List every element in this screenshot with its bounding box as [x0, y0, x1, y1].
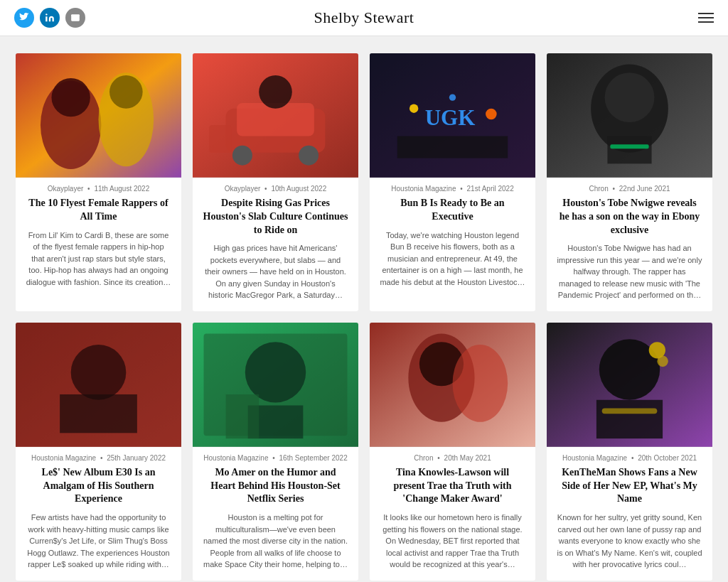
card-date: 21st April 2022: [467, 185, 514, 193]
linkedin-icon[interactable]: [40, 8, 60, 28]
email-icon[interactable]: [65, 8, 85, 28]
card-body: Houstonia Magazine • 20th October 2021 K…: [547, 447, 712, 581]
article-card[interactable]: Okayplayer • 10th August 2022 Despite Ri…: [193, 53, 358, 311]
card-source: Chron: [589, 185, 608, 193]
card-excerpt: Few artists have had the opportunity to …: [26, 512, 171, 571]
svg-rect-23: [607, 136, 651, 164]
card-body: Houstonia Magazine • 16th September 2022…: [193, 447, 358, 581]
svg-point-27: [71, 345, 127, 400]
card-title: Tina Knowles-Lawson will present Trae th…: [380, 466, 525, 507]
card-source: Houstonia Magazine: [562, 454, 627, 462]
hamburger-line-2: [698, 17, 714, 18]
card-date: 25th January 2022: [107, 454, 166, 462]
svg-rect-33: [226, 394, 259, 438]
card-date: 22nd June 2021: [619, 185, 670, 193]
card-date: 16th September 2022: [279, 454, 348, 462]
svg-rect-19: [397, 136, 508, 158]
card-meta: Okayplayer • 10th August 2022: [203, 185, 348, 193]
svg-point-9: [232, 146, 252, 166]
card-title: The 10 Flyest Female Rappers of All Time: [26, 197, 171, 224]
meta-separator: •: [631, 454, 634, 462]
card-meta: Houstonia Magazine • 21st April 2022: [380, 185, 525, 193]
card-image: UGK: [370, 53, 535, 178]
svg-point-12: [259, 75, 292, 109]
card-title: Le$' New Album E30 Is an Amalgam of His …: [26, 466, 171, 507]
card-date: 11th August 2022: [94, 185, 149, 193]
card-image: [193, 323, 358, 447]
card-source: Okayplayer: [225, 185, 261, 193]
article-card[interactable]: Chron • 20th May 2021 Tina Knowles-Lawso…: [370, 323, 535, 581]
card-excerpt: Houston's Tobe Nwigwe has had an impress…: [557, 242, 702, 301]
site-header: Shelby Stewart: [0, 0, 728, 36]
article-grid: Okayplayer • 11th August 2022 The 10 Fly…: [9, 53, 719, 582]
card-body: Okayplayer • 11th August 2022 The 10 Fly…: [16, 178, 181, 311]
card-title: Mo Amer on the Humor and Heart Behind Hi…: [203, 466, 348, 507]
article-card[interactable]: Chron • 22nd June 2021 Houston's Tobe Nw…: [547, 53, 712, 311]
article-card[interactable]: Houstonia Magazine • 20th October 2021 K…: [547, 323, 712, 581]
meta-separator: •: [100, 454, 103, 462]
menu-button[interactable]: [698, 13, 714, 23]
site-title: Shelby Stewart: [314, 9, 414, 27]
card-meta: Chron • 20th May 2021: [380, 454, 525, 462]
card-image: [547, 53, 712, 178]
card-excerpt: It looks like our hometown hero is final…: [380, 512, 525, 571]
svg-point-17: [486, 109, 497, 120]
meta-separator: •: [437, 454, 440, 462]
card-date: 20th May 2021: [444, 454, 491, 462]
svg-rect-11: [209, 125, 231, 153]
card-date: 20th October 2021: [638, 454, 697, 462]
svg-point-22: [605, 72, 655, 122]
card-body: Chron • 22nd June 2021 Houston's Tobe Nw…: [547, 178, 712, 311]
card-body: Houstonia Magazine • 21st April 2022 Bun…: [370, 178, 535, 311]
social-links: [14, 8, 85, 28]
article-card[interactable]: Houstonia Magazine • 16th September 2022…: [193, 323, 358, 581]
card-excerpt: Known for her sultry, yet gritty sound, …: [557, 512, 702, 571]
card-body: Okayplayer • 10th August 2022 Despite Ri…: [193, 178, 358, 311]
card-image: [16, 53, 181, 178]
svg-point-16: [449, 94, 456, 100]
article-card[interactable]: UGK Houstonia Magazine • 21st April 2022…: [370, 53, 535, 311]
meta-separator: •: [87, 185, 90, 193]
card-excerpt: Today, we're watching Houston legend Bun…: [380, 230, 525, 301]
card-meta: Chron • 22nd June 2021: [557, 185, 702, 193]
meta-separator: •: [613, 185, 616, 193]
svg-point-37: [453, 345, 508, 422]
card-body: Houstonia Magazine • 25th January 2022 L…: [16, 447, 181, 581]
card-excerpt: Houston is a melting pot for multicultur…: [203, 512, 348, 571]
card-image: [16, 323, 181, 447]
card-source: Chron: [414, 454, 433, 462]
card-meta: Okayplayer • 11th August 2022: [26, 185, 171, 193]
card-title: Bun B Is Ready to Be an Executive: [380, 197, 525, 224]
meta-separator: •: [264, 185, 267, 193]
svg-point-0: [46, 14, 47, 15]
svg-point-4: [51, 78, 90, 117]
hamburger-line-3: [698, 21, 714, 23]
card-body: Chron • 20th May 2021 Tina Knowles-Lawso…: [370, 447, 535, 581]
card-source: Houstonia Magazine: [203, 454, 268, 462]
svg-point-5: [109, 75, 143, 109]
svg-rect-24: [610, 144, 648, 149]
card-title: Despite Rising Gas Prices Houston's Slab…: [203, 197, 348, 237]
card-source: Okayplayer: [48, 185, 84, 193]
card-excerpt: From Lil' Kim to Cardi B, these are some…: [26, 230, 171, 301]
card-title: KenTheMan Shows Fans a New Side of Her N…: [557, 466, 702, 507]
hamburger-line-1: [698, 13, 714, 14]
card-image: [547, 323, 712, 447]
article-card[interactable]: Okayplayer • 11th August 2022 The 10 Fly…: [16, 53, 181, 311]
svg-rect-40: [596, 400, 663, 438]
svg-text:UGK: UGK: [425, 105, 476, 130]
article-card[interactable]: Houstonia Magazine • 25th January 2022 L…: [16, 323, 181, 581]
meta-separator: •: [272, 454, 275, 462]
main-content: Okayplayer • 11th August 2022 The 10 Fly…: [0, 53, 728, 582]
twitter-icon[interactable]: [14, 8, 34, 28]
card-title: Houston's Tobe Nwigwe reveals he has a s…: [557, 197, 702, 237]
svg-point-15: [410, 104, 418, 112]
card-image: [370, 323, 535, 447]
card-excerpt: High gas prices have hit Americans' pock…: [203, 242, 348, 301]
svg-rect-43: [602, 408, 658, 414]
svg-point-42: [657, 356, 668, 367]
svg-rect-28: [60, 394, 137, 433]
card-meta: Houstonia Magazine • 16th September 2022: [203, 454, 348, 462]
card-source: Houstonia Magazine: [31, 454, 96, 462]
card-meta: Houstonia Magazine • 20th October 2021: [557, 454, 702, 462]
